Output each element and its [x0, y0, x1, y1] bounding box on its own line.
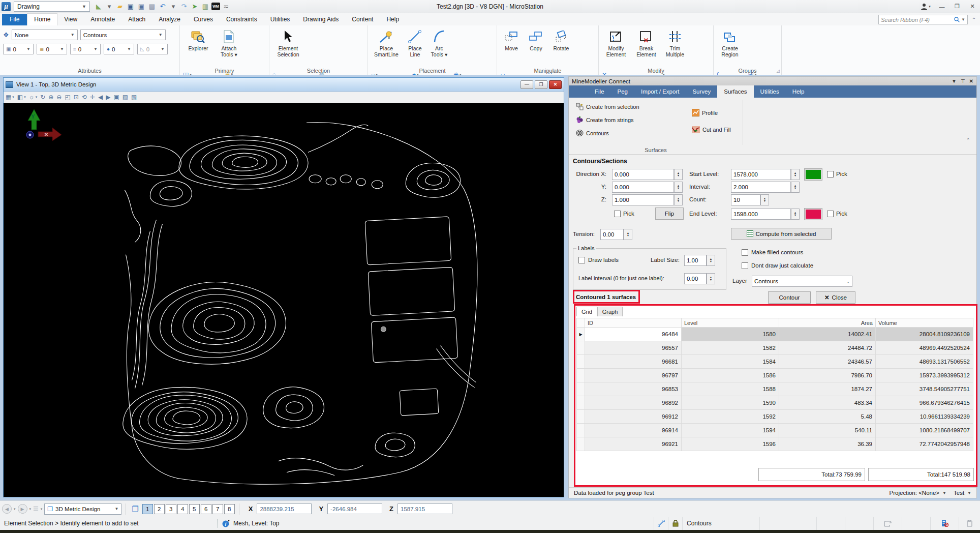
column-header-level[interactable]: Level	[682, 318, 779, 328]
cell-id[interactable]: 96484	[585, 328, 682, 341]
table-row[interactable]: 96681158424346.5748693.1317506552	[577, 355, 973, 369]
cell-level[interactable]: 1592	[682, 410, 779, 424]
active-element-template-combo[interactable]: None▼	[12, 29, 78, 40]
active-color-combo[interactable]: ≣0▼	[37, 44, 67, 54]
attach-tools-button[interactable]: Attach Tools ▾	[216, 27, 242, 66]
direction-pick-checkbox[interactable]	[614, 211, 621, 217]
cell-level[interactable]: 1586	[682, 369, 779, 382]
layer-combo[interactable]: Contours ⌄	[752, 276, 852, 287]
ribbon-tab-curves[interactable]: Curves	[187, 14, 220, 25]
panel-menu-icon[interactable]: ▼	[952, 78, 957, 84]
view-next-icon[interactable]: ▶	[106, 94, 110, 101]
start-pick-checkbox[interactable]	[827, 171, 834, 177]
cell-id[interactable]: 96557	[585, 341, 682, 355]
view-number-button-3[interactable]: 3	[166, 504, 176, 514]
more-commands-icon[interactable]: ≂	[222, 2, 231, 11]
cell-level[interactable]: 1580	[682, 328, 779, 341]
profile-button[interactable]: Profile	[692, 109, 718, 116]
design-history-button[interactable]	[930, 517, 959, 530]
contours-button[interactable]: Contours	[576, 129, 609, 137]
line-style-combo[interactable]: ≡0▼	[70, 44, 101, 54]
display-style-icon[interactable]: ◧	[17, 94, 23, 101]
view-history-icon[interactable]: ☰	[33, 506, 39, 513]
result-tab-graph[interactable]: Graph	[597, 307, 623, 316]
dropdown-icon[interactable]: ▾	[169, 2, 178, 11]
active-level-combo[interactable]: ▣0▼	[3, 44, 34, 54]
view-brightness-icon[interactable]: ☼	[29, 94, 35, 101]
table-row[interactable]: 96557158224484.7248969.4492520524	[577, 341, 973, 355]
modify-element-button[interactable]: Modify Element	[602, 27, 630, 66]
interval-spinner[interactable]: ▲▼	[791, 182, 800, 193]
ribbon-tab-drawing-aids[interactable]: Drawing Aids	[296, 14, 345, 25]
element-selection-button[interactable]: Element Selection	[272, 27, 304, 66]
table-row[interactable]: ▶96484158014002.4128004.8109236109	[577, 328, 973, 341]
explorer-button[interactable]: Explorer	[183, 27, 213, 66]
cell-volume[interactable]: 1080.21868499707	[876, 424, 973, 437]
cell-id[interactable]: 96912	[585, 410, 682, 424]
view-close-button[interactable]: ✕	[549, 80, 562, 89]
table-row[interactable]: 9691215925.4810.9661139334239	[577, 410, 973, 424]
cell-volume[interactable]: 72.7742042957948	[876, 437, 973, 451]
view-toggle-icon[interactable]: ❐	[132, 505, 138, 514]
cell-id[interactable]: 96921	[585, 437, 682, 451]
label-size-spinner[interactable]: ▲▼	[707, 255, 715, 266]
flip-button[interactable]: Flip	[655, 208, 684, 220]
pen-settings-icon[interactable]: ◣	[94, 2, 103, 11]
direction-y-field[interactable]: 0.000	[612, 182, 674, 193]
ribbon-tab-content[interactable]: Content	[345, 14, 380, 25]
message-center-button[interactable]	[873, 517, 902, 530]
rotate-button[interactable]: Rotate	[549, 27, 573, 66]
z-coordinate-field[interactable]: 1587.915	[397, 504, 452, 514]
active-level-filter-combo[interactable]: Contours▼	[80, 29, 166, 40]
table-row[interactable]: 9679715867986.7015973.3993995312	[577, 369, 973, 382]
direction-x-field[interactable]: 0.000	[612, 169, 674, 180]
arc-tools-button[interactable]: Arc Tools ▾	[428, 27, 450, 66]
view-minimize-button[interactable]: —	[520, 80, 533, 89]
locks-button[interactable]	[668, 517, 682, 530]
forward-icon[interactable]: ▶	[18, 504, 27, 514]
view-group-combo[interactable]: ❐ 3D Metric Design ▼	[44, 504, 121, 515]
panel-titlebar[interactable]: MineModeller Connect ▼ ⊤ ✕	[569, 77, 976, 85]
cell-level[interactable]: 1582	[682, 341, 779, 355]
back-icon[interactable]: ◀	[2, 504, 12, 514]
column-header-volume[interactable]: Volume	[876, 318, 973, 328]
cell-area[interactable]: 483.34	[779, 396, 876, 410]
view-number-button-8[interactable]: 8	[224, 504, 235, 514]
dropdown-icon[interactable]: ▾	[105, 2, 114, 11]
cell-area[interactable]: 5.48	[779, 410, 876, 424]
save-icon[interactable]: ▣	[126, 2, 135, 11]
result-tab-grid[interactable]: Grid	[576, 307, 597, 316]
tension-spinner[interactable]: ▲▼	[624, 229, 632, 240]
zoom-in-icon[interactable]: ⊕	[48, 94, 53, 101]
panel-tab-survey[interactable]: Survey	[686, 85, 717, 98]
pin-icon[interactable]: ⊤	[961, 78, 965, 84]
start-color-swatch[interactable]	[805, 169, 822, 180]
column-header-id[interactable]: ID	[585, 318, 682, 328]
make-filled-contours-checkbox[interactable]	[742, 249, 748, 256]
view-previous-icon[interactable]: ◀	[98, 94, 103, 101]
ribbon-tab-file[interactable]: File	[2, 14, 27, 25]
results-table[interactable]: IDLevelAreaVolume▶96484158014002.4128004…	[576, 318, 973, 451]
transparency-combo[interactable]: ◺0▼	[137, 44, 168, 54]
copy-button[interactable]: Copy	[525, 27, 547, 66]
view-titlebar[interactable]: View 1 - Top, 3D Metric Design — ❐ ✕	[4, 78, 564, 92]
clip-mask-icon[interactable]: ▧	[131, 94, 137, 101]
table-row[interactable]: 969141594540.111080.21868499707	[577, 424, 973, 437]
table-row[interactable]: 968921590483.34966.679346276415	[577, 396, 973, 410]
minimize-button[interactable]: —	[934, 0, 950, 13]
dropdown-icon[interactable]: ▾	[12, 95, 14, 99]
view-number-button-7[interactable]: 7	[212, 504, 223, 514]
pan-view-icon[interactable]: ✛	[90, 94, 95, 101]
tension-field[interactable]: 0.00	[600, 229, 624, 240]
trim-multiple-button[interactable]: Trim Multiple	[662, 27, 688, 66]
view-number-button-5[interactable]: 5	[189, 504, 200, 514]
tool-info-icon[interactable]: i	[222, 519, 230, 527]
interval-field[interactable]: 2.000	[731, 182, 791, 193]
move-button[interactable]: Move	[500, 27, 523, 66]
clipboard-button[interactable]	[959, 517, 980, 530]
label-interval-field[interactable]: 0.00	[684, 273, 707, 284]
cell-volume[interactable]: 10.9661139334239	[876, 410, 973, 424]
cell-volume[interactable]: 48693.1317506552	[876, 355, 973, 369]
zoom-out-icon[interactable]: ⊖	[56, 94, 62, 101]
close-button[interactable]: ✕	[965, 0, 980, 13]
